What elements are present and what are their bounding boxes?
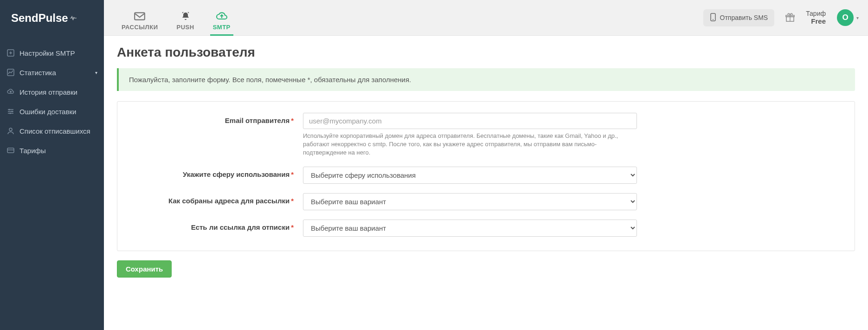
tariff-block: Тариф Free xyxy=(806,10,826,26)
sidebar: SendPulse Настройки SMTP Статистика ▾ Ис… xyxy=(0,0,104,330)
alert-text: Пожалуйста, заполните форму. Все поля, п… xyxy=(129,76,411,84)
brand-logo[interactable]: SendPulse xyxy=(0,0,104,36)
form-row-unsub: Есть ли ссылка для отписки* Выберите ваш… xyxy=(127,220,845,237)
form-row-email: Email отправителя* Используйте корпорати… xyxy=(127,113,845,157)
tab-label: PUSH xyxy=(177,24,194,31)
main: Анкета пользователя Пожалуйста, заполнит… xyxy=(104,0,868,330)
content: Анкета пользователя Пожалуйста, заполнит… xyxy=(104,36,868,330)
alert-success: Пожалуйста, заполните форму. Все поля, п… xyxy=(117,68,855,91)
sidebar-item-label: Тарифы xyxy=(19,147,46,155)
form-row-source: Как собраны адреса для рассылки* Выберит… xyxy=(127,193,845,210)
user-icon xyxy=(6,127,15,135)
sidebar-item-unsubscribed[interactable]: Список отписавшихся xyxy=(0,121,104,141)
email-label: Email отправителя* xyxy=(127,113,294,124)
save-button[interactable]: Сохранить xyxy=(117,260,172,278)
required-mark: * xyxy=(291,223,294,231)
svg-point-5 xyxy=(9,128,12,131)
sidebar-item-label: Настройки SMTP xyxy=(19,49,75,57)
top-tabs: РАССЫЛКИ PUSH SMTP xyxy=(104,0,233,35)
email-help-text: Используйте корпоративный домен для адре… xyxy=(303,132,637,157)
sidebar-item-label: История отправки xyxy=(19,88,77,96)
settings-square-icon xyxy=(6,49,15,57)
chart-icon xyxy=(6,68,15,77)
sidebar-item-errors[interactable]: Ошибки доставки xyxy=(0,102,104,121)
user-menu[interactable]: O ▾ xyxy=(837,9,859,26)
tab-label: SMTP xyxy=(213,24,231,31)
svg-point-4 xyxy=(10,113,11,114)
usage-label: Укажите сферу использования* xyxy=(127,167,294,178)
email-input[interactable] xyxy=(303,113,637,129)
svg-point-3 xyxy=(12,111,13,112)
topbar-right: Отправить SMS Тариф Free O ▾ xyxy=(703,0,868,35)
cloud-upload-icon xyxy=(215,10,228,23)
sidebar-item-label: Статистика xyxy=(19,69,56,77)
send-sms-button[interactable]: Отправить SMS xyxy=(703,9,775,26)
card-icon xyxy=(6,146,15,155)
sms-button-label: Отправить SMS xyxy=(720,14,768,21)
form-panel: Email отправителя* Используйте корпорати… xyxy=(117,101,855,251)
unsub-label: Есть ли ссылка для отписки* xyxy=(127,220,294,231)
tariff-label: Тариф xyxy=(806,10,826,18)
required-mark: * xyxy=(291,170,294,178)
tab-mailings[interactable]: РАССЫЛКИ xyxy=(119,0,161,35)
page-title: Анкета пользователя xyxy=(117,45,855,60)
source-select[interactable]: Выберите ваш вариант xyxy=(303,193,637,210)
gift-icon[interactable] xyxy=(785,13,795,22)
sidebar-item-label: Ошибки доставки xyxy=(19,108,76,116)
sidebar-item-tariffs[interactable]: Тарифы xyxy=(0,141,104,160)
tab-smtp[interactable]: SMTP xyxy=(210,0,233,35)
chevron-down-icon: ▾ xyxy=(95,70,97,75)
sidebar-nav: Настройки SMTP Статистика ▾ История отпр… xyxy=(0,36,104,160)
brand-name: SendPulse xyxy=(11,12,68,25)
sliders-icon xyxy=(6,107,15,116)
mail-icon xyxy=(134,10,146,23)
pulse-icon xyxy=(68,14,77,22)
svg-rect-6 xyxy=(7,148,14,153)
sidebar-item-smtp-settings[interactable]: Настройки SMTP xyxy=(0,43,104,63)
tariff-value: Free xyxy=(806,17,826,26)
unsub-select[interactable]: Выберите ваш вариант xyxy=(303,220,637,237)
sidebar-item-stats[interactable]: Статистика ▾ xyxy=(0,63,104,82)
bell-icon xyxy=(180,10,191,23)
required-mark: * xyxy=(291,116,294,124)
svg-point-2 xyxy=(9,109,10,110)
svg-rect-7 xyxy=(135,13,145,19)
tab-label: РАССЫЛКИ xyxy=(122,24,158,31)
sidebar-item-history[interactable]: История отправки xyxy=(0,82,104,102)
phone-icon xyxy=(710,13,716,23)
sidebar-item-label: Список отписавшихся xyxy=(19,127,90,135)
avatar: O xyxy=(837,9,854,26)
form-row-usage: Укажите сферу использования* Выберите сф… xyxy=(127,167,845,184)
tab-push[interactable]: PUSH xyxy=(174,0,197,35)
upload-cloud-icon xyxy=(6,88,15,96)
topbar: РАССЫЛКИ PUSH SMTP Отправить SMS Тариф F… xyxy=(104,0,868,36)
usage-select[interactable]: Выберите сферу использования xyxy=(303,167,637,184)
source-label: Как собраны адреса для рассылки* xyxy=(127,193,294,205)
svg-point-9 xyxy=(713,19,714,20)
chevron-down-icon: ▾ xyxy=(856,15,859,20)
required-mark: * xyxy=(291,197,294,205)
